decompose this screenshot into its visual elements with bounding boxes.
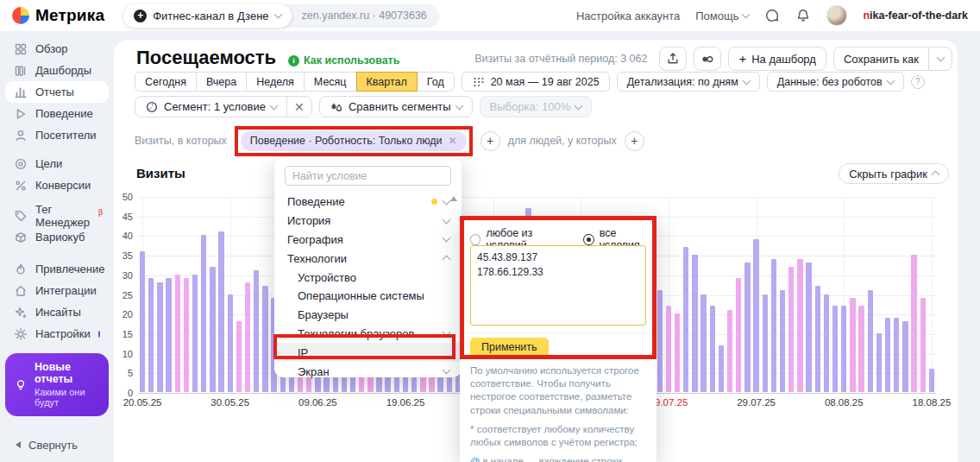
bar-day-6	[192, 275, 198, 392]
chevron-down-icon	[443, 366, 451, 375]
condition-item-4[interactable]: Устройство	[274, 268, 462, 287]
bell-icon[interactable]	[795, 8, 811, 23]
condition-item-8[interactable]: IP	[274, 343, 462, 362]
chat-icon[interactable]	[764, 8, 780, 23]
segment-row: Сегмент: 1 условие ✕ Сравнить сегменты В…	[135, 96, 592, 117]
period-tab-Сегодня[interactable]: Сегодня	[135, 72, 197, 92]
detalization-button[interactable]: Детализация: по дням	[617, 72, 760, 92]
sidebar-item-2[interactable]: Отчеты	[5, 81, 109, 103]
period-tab-Вчера[interactable]: Вчера	[196, 72, 247, 92]
period-tab-Неделя[interactable]: Неделя	[246, 72, 305, 92]
apply-button[interactable]: Применить	[470, 338, 549, 357]
condition-item-7[interactable]: Технологии браузеров	[274, 325, 462, 344]
condition-item-9[interactable]: Экран	[274, 362, 462, 381]
help-circle-icon[interactable]: ?	[911, 75, 925, 89]
y-tick-label: 5	[112, 368, 133, 378]
ab-segments-button[interactable]	[694, 47, 721, 71]
period-tab-Квартал[interactable]: Квартал	[356, 72, 418, 92]
export-button[interactable]	[659, 47, 687, 71]
new-reports-promo[interactable]: Новые отчеты Какими они будут	[5, 353, 109, 416]
period-tab-Месяц[interactable]: Месяц	[304, 72, 357, 92]
sidebar-item-11[interactable]: Инсайты	[5, 301, 109, 323]
bar-day-7	[201, 235, 206, 392]
promo-subtitle: Какими они будут	[35, 387, 100, 408]
user-icon	[14, 129, 28, 142]
plus-icon: +	[738, 51, 746, 66]
add-visit-condition-button[interactable]: +	[481, 131, 500, 151]
filter-row: Визиты, в которых Поведение · Роботность…	[135, 126, 644, 155]
chevron-down-icon	[936, 54, 945, 62]
chevron-down-icon	[742, 10, 751, 19]
sidebar-item-6[interactable]: Конверсии	[5, 174, 109, 196]
hide-chart-button[interactable]: Скрыть график	[839, 163, 949, 184]
bar-day-12	[245, 282, 250, 392]
ip-list-textarea[interactable]: 45.43.89.137 178.66.129.33	[470, 245, 646, 326]
counter-switcher[interactable]: + Фитнес-канал в Дзене	[123, 4, 291, 28]
condition-item-0[interactable]: Поведение	[274, 193, 462, 212]
for-people-label: для людей, у которых	[508, 135, 617, 147]
help-menu[interactable]: Помощь	[695, 9, 749, 22]
segment-button[interactable]: Сегмент: 1 условие	[135, 96, 287, 117]
sidebar-item-4[interactable]: Посетители	[5, 124, 109, 146]
condition-pill[interactable]: Поведение · Роботность: Только люди ✕	[241, 131, 467, 151]
x-tick-label: 18.08.25	[913, 397, 952, 408]
bar-day-62	[683, 247, 688, 392]
how-to-use-link[interactable]: i Как использовать	[288, 54, 399, 66]
x-tick-label: 29.07.25	[737, 397, 776, 408]
add-people-condition-button[interactable]: +	[625, 131, 644, 151]
condition-item-5[interactable]: Операционные системы	[274, 287, 462, 306]
sidebar-item-3[interactable]: Поведение	[5, 103, 109, 124]
save-as-dropdown-button[interactable]	[928, 47, 952, 71]
period-tab-Год[interactable]: Год	[417, 72, 455, 92]
target-icon	[14, 157, 28, 171]
condition-item-1[interactable]: История	[274, 212, 462, 231]
bar-day-67	[727, 310, 732, 392]
y-tick-label: 45	[112, 212, 133, 222]
remove-condition-icon[interactable]: ✕	[449, 135, 457, 147]
clear-segment-button[interactable]: ✕	[286, 96, 312, 117]
save-as-split-button: Сохранить как	[833, 47, 952, 71]
bar-day-74	[788, 267, 794, 392]
bar-day-69	[744, 263, 750, 392]
annotation-box-pill: Поведение · Роботность: Только люди ✕	[235, 126, 473, 156]
collapse-sidebar-button[interactable]: Свернуть	[0, 434, 114, 455]
chevron-down-icon	[886, 76, 895, 85]
save-as-button[interactable]: Сохранить как	[833, 47, 929, 71]
calendar-grid-icon	[472, 75, 486, 89]
active-filter-dot	[431, 199, 437, 205]
sidebar-item-1[interactable]: Дашборды	[5, 60, 109, 81]
sidebar-item-5[interactable]: Цели	[5, 153, 109, 174]
sidebar-item-10[interactable]: Интеграции	[5, 280, 109, 301]
date-range-button[interactable]: 20 мая — 19 авг 2025	[462, 72, 610, 92]
sidebar-item-12[interactable]: Настройки	[5, 323, 109, 345]
visits-in-which-label: Визиты, в которых	[135, 135, 227, 147]
chevron-down-icon	[443, 328, 451, 337]
condition-item-6[interactable]: Браузеры	[274, 306, 462, 325]
sidebar-item-8[interactable]: Вариокуб	[5, 226, 109, 248]
account-settings-link[interactable]: Настройка аккаунта	[576, 9, 680, 22]
sidebar-item-9[interactable]: Привлечение	[5, 258, 109, 280]
bar-day-79	[832, 306, 838, 392]
username[interactable]: nika-fear-of-the-dark	[863, 9, 968, 22]
condition-item-2[interactable]: География	[274, 231, 462, 250]
x-tick-label: 08.08.25	[825, 397, 864, 408]
metrica-logo[interactable]: Метрика	[12, 6, 104, 25]
compare-segments-button[interactable]: Сравнить сегменты	[319, 96, 473, 117]
chevron-up-icon	[443, 256, 451, 264]
period-row: СегодняВчераНеделяМесяцКварталГод 20 мая…	[135, 72, 925, 92]
avatar[interactable]	[826, 5, 847, 26]
bar-day-61	[675, 313, 680, 392]
data-mode-button[interactable]: Данные: без роботов	[767, 72, 904, 92]
bar-day-65	[710, 306, 715, 392]
bar-day-78	[824, 294, 829, 393]
to-dashboard-button[interactable]: + На дашборд	[728, 47, 826, 71]
condition-item-3[interactable]: Технологии	[274, 249, 462, 268]
sidebar-item-0[interactable]: Обзор	[5, 38, 109, 60]
scroll-up-arrow[interactable]	[450, 196, 457, 201]
condition-search-input[interactable]	[285, 166, 451, 186]
bar-day-86	[894, 318, 899, 392]
tag-icon	[14, 209, 28, 223]
x-tick-label: 19.06.25	[386, 397, 425, 408]
sidebar-item-7[interactable]: Тег Менеджерβ	[5, 205, 109, 226]
bar-day-90	[929, 369, 934, 392]
